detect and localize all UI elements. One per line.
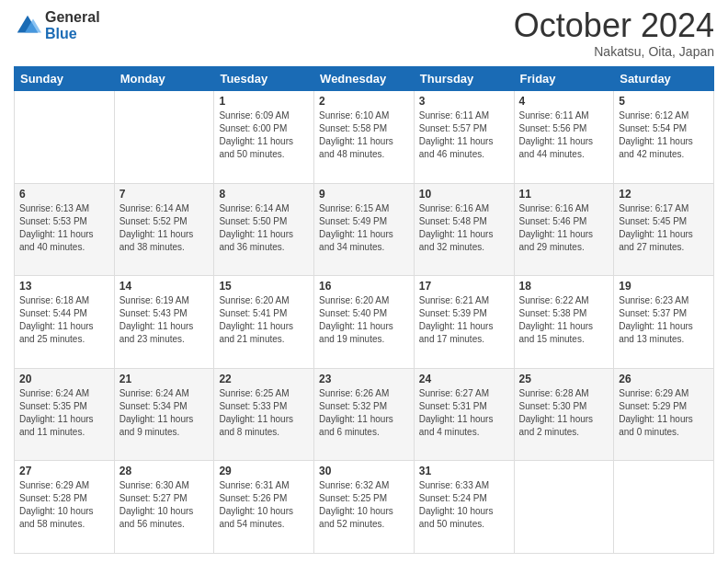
day-info: Sunrise: 6:16 AM Sunset: 5:48 PM Dayligh… — [419, 202, 509, 254]
day-number: 26 — [619, 373, 709, 385]
calendar-header-row: SundayMondayTuesdayWednesdayThursdayFrid… — [15, 67, 714, 91]
day-number: 17 — [419, 280, 509, 293]
calendar-cell: 16Sunrise: 6:20 AM Sunset: 5:40 PM Dayli… — [314, 276, 415, 369]
day-info: Sunrise: 6:21 AM Sunset: 5:39 PM Dayligh… — [419, 294, 509, 346]
calendar-cell: 3Sunrise: 6:11 AM Sunset: 5:57 PM Daylig… — [414, 91, 514, 184]
day-info: Sunrise: 6:31 AM Sunset: 5:26 PM Dayligh… — [219, 479, 309, 531]
day-info: Sunrise: 6:20 AM Sunset: 5:40 PM Dayligh… — [319, 294, 409, 346]
calendar-cell: 27Sunrise: 6:29 AM Sunset: 5:28 PM Dayli… — [15, 461, 115, 554]
day-info: Sunrise: 6:24 AM Sunset: 5:34 PM Dayligh… — [119, 387, 210, 439]
day-number: 14 — [119, 280, 210, 293]
logo-blue: Blue — [45, 26, 100, 42]
header: General Blue October 2024 Nakatsu, Oita,… — [14, 9, 714, 59]
calendar-cell: 28Sunrise: 6:30 AM Sunset: 5:27 PM Dayli… — [114, 461, 214, 554]
day-number: 21 — [119, 373, 210, 385]
calendar-cell: 13Sunrise: 6:18 AM Sunset: 5:44 PM Dayli… — [15, 276, 115, 369]
day-number: 27 — [19, 465, 109, 477]
day-number: 10 — [419, 188, 509, 201]
day-info: Sunrise: 6:25 AM Sunset: 5:33 PM Dayligh… — [219, 387, 309, 439]
calendar-cell: 22Sunrise: 6:25 AM Sunset: 5:33 PM Dayli… — [214, 368, 314, 461]
calendar-week-row: 6Sunrise: 6:13 AM Sunset: 5:53 PM Daylig… — [15, 183, 714, 276]
calendar-cell — [514, 461, 614, 554]
subtitle: Nakatsu, Oita, Japan — [514, 44, 714, 59]
day-number: 20 — [19, 373, 109, 385]
logo: General Blue — [14, 9, 100, 41]
day-number: 3 — [419, 95, 509, 108]
day-number: 8 — [219, 188, 309, 201]
calendar-cell: 25Sunrise: 6:28 AM Sunset: 5:30 PM Dayli… — [514, 368, 614, 461]
calendar-day-header: Thursday — [414, 67, 514, 91]
day-info: Sunrise: 6:30 AM Sunset: 5:27 PM Dayligh… — [119, 479, 210, 531]
calendar-cell: 20Sunrise: 6:24 AM Sunset: 5:35 PM Dayli… — [15, 368, 115, 461]
calendar-day-header: Saturday — [614, 67, 714, 91]
day-info: Sunrise: 6:27 AM Sunset: 5:31 PM Dayligh… — [419, 387, 509, 439]
day-info: Sunrise: 6:14 AM Sunset: 5:50 PM Dayligh… — [219, 202, 309, 254]
calendar-cell: 6Sunrise: 6:13 AM Sunset: 5:53 PM Daylig… — [15, 183, 115, 276]
calendar-cell: 7Sunrise: 6:14 AM Sunset: 5:52 PM Daylig… — [114, 183, 214, 276]
calendar-cell — [614, 461, 714, 554]
logo-text: General Blue — [45, 9, 100, 41]
calendar-cell — [114, 91, 214, 184]
day-info: Sunrise: 6:28 AM Sunset: 5:30 PM Dayligh… — [519, 387, 609, 439]
title-block: October 2024 Nakatsu, Oita, Japan — [514, 9, 714, 59]
calendar-cell: 19Sunrise: 6:23 AM Sunset: 5:37 PM Dayli… — [614, 276, 714, 369]
calendar-week-row: 27Sunrise: 6:29 AM Sunset: 5:28 PM Dayli… — [15, 461, 714, 554]
calendar-cell: 1Sunrise: 6:09 AM Sunset: 6:00 PM Daylig… — [214, 91, 314, 184]
day-info: Sunrise: 6:17 AM Sunset: 5:45 PM Dayligh… — [619, 202, 709, 254]
day-number: 16 — [319, 280, 409, 293]
calendar-cell: 5Sunrise: 6:12 AM Sunset: 5:54 PM Daylig… — [614, 91, 714, 184]
calendar-week-row: 1Sunrise: 6:09 AM Sunset: 6:00 PM Daylig… — [15, 91, 714, 184]
day-info: Sunrise: 6:14 AM Sunset: 5:52 PM Dayligh… — [119, 202, 210, 254]
calendar-cell: 15Sunrise: 6:20 AM Sunset: 5:41 PM Dayli… — [214, 276, 314, 369]
day-number: 12 — [619, 188, 709, 201]
day-info: Sunrise: 6:12 AM Sunset: 5:54 PM Dayligh… — [619, 109, 709, 161]
day-info: Sunrise: 6:15 AM Sunset: 5:49 PM Dayligh… — [319, 202, 409, 254]
day-number: 23 — [319, 373, 409, 385]
calendar-day-header: Friday — [514, 67, 614, 91]
calendar-week-row: 20Sunrise: 6:24 AM Sunset: 5:35 PM Dayli… — [15, 368, 714, 461]
day-number: 2 — [319, 95, 409, 108]
day-info: Sunrise: 6:33 AM Sunset: 5:24 PM Dayligh… — [419, 479, 509, 531]
calendar-table: SundayMondayTuesdayWednesdayThursdayFrid… — [14, 66, 714, 554]
calendar-cell: 29Sunrise: 6:31 AM Sunset: 5:26 PM Dayli… — [214, 461, 314, 554]
calendar-day-header: Sunday — [15, 67, 115, 91]
calendar-day-header: Monday — [114, 67, 214, 91]
day-info: Sunrise: 6:19 AM Sunset: 5:43 PM Dayligh… — [119, 294, 210, 346]
calendar-cell: 21Sunrise: 6:24 AM Sunset: 5:34 PM Dayli… — [114, 368, 214, 461]
day-info: Sunrise: 6:26 AM Sunset: 5:32 PM Dayligh… — [319, 387, 409, 439]
day-number: 25 — [519, 373, 609, 385]
calendar-day-header: Tuesday — [214, 67, 314, 91]
day-info: Sunrise: 6:10 AM Sunset: 5:58 PM Dayligh… — [319, 109, 409, 161]
day-number: 9 — [319, 188, 409, 201]
calendar-cell: 30Sunrise: 6:32 AM Sunset: 5:25 PM Dayli… — [314, 461, 415, 554]
calendar-day-header: Wednesday — [314, 67, 415, 91]
day-info: Sunrise: 6:20 AM Sunset: 5:41 PM Dayligh… — [219, 294, 309, 346]
calendar-cell: 31Sunrise: 6:33 AM Sunset: 5:24 PM Dayli… — [414, 461, 514, 554]
day-info: Sunrise: 6:16 AM Sunset: 5:46 PM Dayligh… — [519, 202, 609, 254]
day-info: Sunrise: 6:29 AM Sunset: 5:29 PM Dayligh… — [619, 387, 709, 439]
calendar-cell: 24Sunrise: 6:27 AM Sunset: 5:31 PM Dayli… — [414, 368, 514, 461]
logo-icon — [14, 12, 41, 40]
day-number: 24 — [419, 373, 509, 385]
day-info: Sunrise: 6:09 AM Sunset: 6:00 PM Dayligh… — [219, 109, 309, 161]
day-number: 11 — [519, 188, 609, 201]
calendar-week-row: 13Sunrise: 6:18 AM Sunset: 5:44 PM Dayli… — [15, 276, 714, 369]
day-number: 1 — [219, 95, 309, 108]
calendar-cell: 12Sunrise: 6:17 AM Sunset: 5:45 PM Dayli… — [614, 183, 714, 276]
day-number: 18 — [519, 280, 609, 293]
day-number: 4 — [519, 95, 609, 108]
page: General Blue October 2024 Nakatsu, Oita,… — [0, 0, 728, 563]
day-number: 6 — [19, 188, 109, 201]
day-info: Sunrise: 6:11 AM Sunset: 5:57 PM Dayligh… — [419, 109, 509, 161]
day-number: 13 — [19, 280, 109, 293]
calendar-cell: 4Sunrise: 6:11 AM Sunset: 5:56 PM Daylig… — [514, 91, 614, 184]
calendar-cell: 9Sunrise: 6:15 AM Sunset: 5:49 PM Daylig… — [314, 183, 415, 276]
day-info: Sunrise: 6:13 AM Sunset: 5:53 PM Dayligh… — [19, 202, 109, 254]
day-number: 19 — [619, 280, 709, 293]
day-number: 15 — [219, 280, 309, 293]
calendar-cell: 2Sunrise: 6:10 AM Sunset: 5:58 PM Daylig… — [314, 91, 415, 184]
calendar-cell: 14Sunrise: 6:19 AM Sunset: 5:43 PM Dayli… — [114, 276, 214, 369]
day-info: Sunrise: 6:18 AM Sunset: 5:44 PM Dayligh… — [19, 294, 109, 346]
main-title: October 2024 — [514, 9, 714, 42]
day-number: 29 — [219, 465, 309, 477]
